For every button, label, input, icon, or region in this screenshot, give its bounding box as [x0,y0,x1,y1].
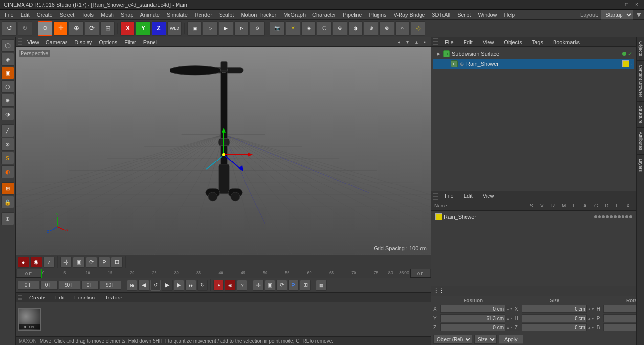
vp-menu-view[interactable]: View [24,38,42,46]
menu-mesh[interactable]: Mesh [98,11,117,19]
y-axis-button[interactable]: Y [136,21,151,36]
anim-key-btn-5[interactable]: ⊞ [300,280,311,291]
menu-vray[interactable]: V-Ray Bridge [391,11,428,19]
menu-simulate[interactable]: Simulate [164,11,191,19]
left-tool-4[interactable]: ⬡ [1,80,14,93]
anim-key-btn-3[interactable]: ⟳ [276,280,287,291]
anim-last-btn[interactable]: ▦ [316,280,327,291]
subdivsurface-expand[interactable]: ▶ [435,51,441,57]
vp-menu-display[interactable]: Display [71,38,95,46]
menu-3dtoall[interactable]: 3DToAll [429,11,453,19]
menu-select[interactable]: Select [57,11,78,19]
maximize-button[interactable]: □ [623,1,630,8]
pos-z-input[interactable] [440,323,505,331]
left-tool-11[interactable]: ⊞ [1,182,14,195]
undo-button[interactable]: ↺ [2,21,17,36]
obj-panel-tab-tags[interactable]: Tags [528,38,547,46]
object-btn-4[interactable]: ◑ [348,21,363,36]
vp-tool-q[interactable]: ? [43,257,55,268]
left-tool-12[interactable]: ⊕ [1,212,14,225]
object-btn-8[interactable]: ◎ [411,21,425,36]
left-tool-9[interactable]: S [1,152,14,164]
redo-button[interactable]: ↻ [18,21,32,36]
left-tool-8[interactable]: ⊛ [1,138,14,151]
left-tool-3[interactable]: ▣ [1,67,14,79]
left-tool-10[interactable]: ◐ [1,165,14,178]
object-mode-select[interactable]: Object (Rel) [433,335,472,344]
object-btn-3[interactable]: ⊛ [333,21,347,36]
anim-key-btn-2[interactable]: ▣ [265,280,275,291]
menu-mograph[interactable]: MoGraph [280,11,309,19]
render-all-button[interactable]: ⊳ [234,21,249,36]
apply-button[interactable]: Apply [499,335,523,344]
left-tool-5[interactable]: ⊕ [1,94,14,107]
pos-x-input[interactable] [440,305,505,313]
menu-tools[interactable]: Tools [78,11,97,19]
menu-motion-tracker[interactable]: Motion Tracker [238,11,279,19]
anim-key-btn-4[interactable]: P [288,280,299,291]
attr-rain-shower-row[interactable]: Rain_Shower [433,212,634,222]
object-btn-2[interactable]: ⬡ [317,21,332,36]
vp-ctrl-2[interactable]: ▾ [403,38,411,46]
anim-key-btn-1[interactable]: ✛ [253,280,264,291]
timeline-playhead[interactable] [41,269,42,278]
anim-go-start[interactable]: ⏮ [127,280,137,291]
anim-help-btn[interactable]: ? [237,280,247,291]
vp-tool-render[interactable]: ⊞ [111,257,123,268]
vp-ctrl-4[interactable]: ▪ [421,38,429,46]
side-tab-layers[interactable]: Layers [637,155,644,176]
menu-plugins[interactable]: Plugins [366,11,389,19]
timeline-ruler[interactable]: 0 5 10 15 20 25 30 35 40 45 50 55 60 65 … [41,269,410,278]
object-btn-7[interactable]: ○ [395,21,410,36]
layout-arrow-icon[interactable]: ▼ [635,11,642,19]
vp-ctrl-1[interactable]: ◂ [395,38,402,46]
viewport-3d[interactable]: Perspective [16,47,431,255]
render-active-button[interactable]: ▶ [219,21,233,36]
anim-play[interactable]: ▶ [162,280,173,291]
minimize-button[interactable]: – [614,1,621,8]
side-tab-objects[interactable]: Objects [637,37,644,61]
attr-tab-view[interactable]: View [479,192,498,200]
anim-prev-frame[interactable]: ◀ [138,280,149,291]
min-frame-input[interactable] [40,281,58,290]
move-button[interactable]: ✛ [53,21,68,36]
menu-character[interactable]: Character [310,11,339,19]
obj-panel-tab-edit[interactable]: Edit [460,38,477,46]
transform-button[interactable]: ⊞ [100,21,115,36]
world-axis-button[interactable]: WLD [167,21,182,36]
obj-panel-tab-view[interactable]: View [479,38,498,46]
z-axis-button[interactable]: Z [152,21,166,36]
menu-help[interactable]: Help [501,11,518,19]
vp-menu-options[interactable]: Options [96,38,120,46]
size-y-input[interactable] [522,314,587,322]
left-tool-2[interactable]: ◈ [1,53,14,66]
vp-tool-rotate[interactable]: ⟳ [86,257,97,268]
rotate-button[interactable]: ⟳ [85,21,99,36]
size-x-input[interactable] [522,305,587,313]
obj-panel-tab-bookmarks[interactable]: Bookmarks [549,38,584,46]
attr-tab-file[interactable]: File [441,192,458,200]
material-swatch-mixer[interactable]: mixer [18,308,41,331]
vp-ctrl-3[interactable]: ▴ [412,38,420,46]
anim-next-frame[interactable]: ▶ [174,280,184,291]
vp-tool-rec[interactable]: ◉ [30,257,42,268]
vp-tool-move[interactable]: ✛ [60,257,72,268]
vp-menu-panel[interactable]: Panel [140,38,160,46]
attr-tab-edit[interactable]: Edit [460,192,477,200]
object-btn-6[interactable]: ⊗ [379,21,394,36]
mat-tab-edit[interactable]: Edit [51,294,68,301]
vp-tool-stop[interactable]: ● [18,257,29,268]
side-tab-attributes[interactable]: Attributes [637,128,644,155]
menu-snap[interactable]: Snap [118,11,136,19]
menu-pipeline[interactable]: Pipeline [340,11,365,19]
menu-file[interactable]: File [2,11,17,19]
rain-shower-row[interactable]: L ⊕ Rain_Shower · [433,59,634,69]
anim-stop-btn[interactable]: ● [213,280,224,291]
menu-edit[interactable]: Edit [18,11,33,19]
size-z-arrows[interactable]: ▲▼ [588,326,595,329]
obj-panel-tab-objects[interactable]: Objects [500,38,526,46]
side-tab-structure[interactable]: Structure [637,102,644,128]
vp-tool-select[interactable]: ▣ [73,257,85,268]
anim-loop[interactable]: ↻ [197,280,208,291]
side-tab-content-browser[interactable]: Content Browser [637,61,644,102]
